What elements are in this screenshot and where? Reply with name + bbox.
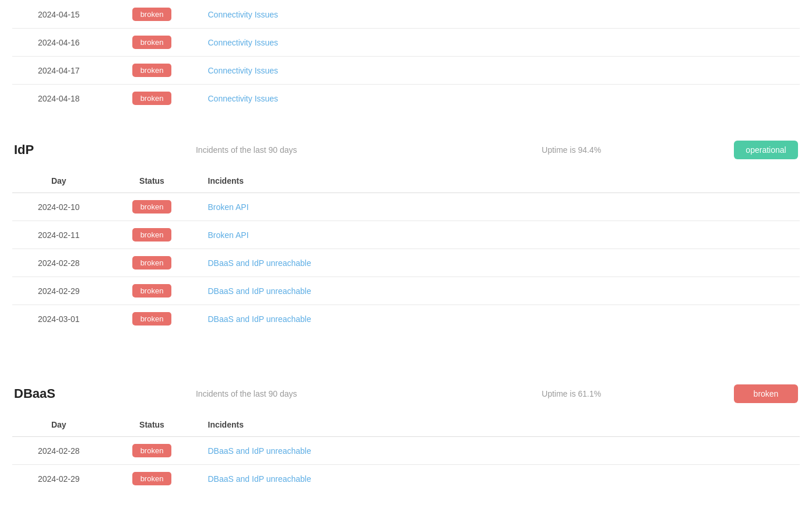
cell-incident: DBaaS and IdP unreachable (199, 277, 800, 305)
incident-link[interactable]: DBaaS and IdP unreachable (208, 286, 311, 296)
row-status-badge: broken (132, 256, 172, 270)
cell-day: 2024-04-17 (12, 57, 106, 85)
cell-incident: Connectivity Issues (199, 1, 800, 29)
cell-incident: Connectivity Issues (199, 29, 800, 57)
table-row: 2024-02-28 broken DBaaS and IdP unreacha… (12, 249, 800, 277)
incident-link[interactable]: Connectivity Issues (208, 66, 279, 75)
dbaas-table-header-row: Day Status Incidents (12, 413, 800, 437)
row-status-badge: broken (132, 472, 172, 485)
incident-link[interactable]: Connectivity Issues (208, 10, 279, 19)
idp-col-status: Status (106, 169, 199, 193)
cell-incident: DBaaS and IdP unreachable (199, 437, 800, 465)
incident-link[interactable]: Connectivity Issues (208, 94, 279, 103)
cell-incident: DBaaS and IdP unreachable (199, 249, 800, 277)
row-status-badge: broken (132, 444, 172, 457)
table-row: 2024-02-11 broken Broken API (12, 221, 800, 249)
dbaas-uptime-label: Uptime is 61.1% (409, 389, 734, 398)
table-row: 2024-02-10 broken Broken API (12, 193, 800, 221)
cell-status: broken (106, 305, 199, 333)
row-status-badge: broken (132, 284, 172, 298)
idp-incidents-table: Day Status Incidents 2024-02-10 broken B… (12, 169, 800, 333)
cell-status: broken (106, 221, 199, 249)
cell-day: 2024-02-28 (12, 437, 106, 465)
table-row: 2024-04-17 broken Connectivity Issues (12, 57, 800, 85)
cell-incident: DBaaS and IdP unreachable (199, 465, 800, 493)
idp-service-header: IdP Incidents of the last 90 days Uptime… (12, 141, 800, 159)
cell-day: 2024-04-18 (12, 85, 106, 113)
cell-status: broken (106, 465, 199, 493)
cell-day: 2024-04-15 (12, 1, 106, 29)
dbaas-incidents-label: Incidents of the last 90 days (84, 389, 409, 398)
incident-link[interactable]: Broken API (208, 202, 249, 212)
cell-incident: Connectivity Issues (199, 57, 800, 85)
cell-day: 2024-02-10 (12, 193, 106, 221)
incident-link[interactable]: DBaaS and IdP unreachable (208, 258, 311, 268)
row-status-badge: broken (132, 64, 172, 77)
incident-link[interactable]: DBaaS and IdP unreachable (208, 314, 311, 324)
row-status-badge: broken (132, 200, 172, 214)
top-partial-table: 2024-04-15 broken Connectivity Issues 20… (12, 0, 800, 113)
page-wrapper: 2024-04-15 broken Connectivity Issues 20… (0, 0, 812, 493)
table-row: 2024-03-01 broken DBaaS and IdP unreacha… (12, 305, 800, 333)
cell-status: broken (106, 1, 199, 29)
cell-incident: Connectivity Issues (199, 85, 800, 113)
cell-day: 2024-04-16 (12, 29, 106, 57)
incident-link[interactable]: Broken API (208, 230, 249, 240)
cell-status: broken (106, 437, 199, 465)
dbaas-col-incidents: Incidents (199, 413, 800, 437)
row-status-badge: broken (132, 228, 172, 242)
cell-day: 2024-02-29 (12, 277, 106, 305)
row-status-badge: broken (132, 8, 172, 21)
idp-table-header-row: Day Status Incidents (12, 169, 800, 193)
cell-status: broken (106, 29, 199, 57)
cell-incident: Broken API (199, 221, 800, 249)
table-row: 2024-02-29 broken DBaaS and IdP unreacha… (12, 277, 800, 305)
cell-incident: DBaaS and IdP unreachable (199, 305, 800, 333)
dbaas-service-name: DBaaS (14, 386, 84, 401)
cell-status: broken (106, 249, 199, 277)
cell-status: broken (106, 277, 199, 305)
idp-incidents-label: Incidents of the last 90 days (84, 145, 409, 155)
dbaas-service-header: DBaaS Incidents of the last 90 days Upti… (12, 384, 800, 403)
dbaas-col-status: Status (106, 413, 199, 437)
idp-uptime-label: Uptime is 94.4% (409, 145, 734, 155)
table-row: 2024-04-18 broken Connectivity Issues (12, 85, 800, 113)
cell-status: broken (106, 85, 199, 113)
cell-day: 2024-02-29 (12, 465, 106, 493)
incident-link[interactable]: Connectivity Issues (208, 38, 279, 47)
idp-status-badge: operational (734, 141, 798, 159)
idp-col-incidents: Incidents (199, 169, 800, 193)
row-status-badge: broken (132, 36, 172, 49)
idp-service-name: IdP (14, 142, 84, 158)
cell-status: broken (106, 193, 199, 221)
table-row: 2024-04-16 broken Connectivity Issues (12, 29, 800, 57)
idp-section: IdP Incidents of the last 90 days Uptime… (12, 141, 800, 333)
table-row: 2024-02-29 broken DBaaS and IdP unreacha… (12, 465, 800, 493)
top-partial-section: 2024-04-15 broken Connectivity Issues 20… (12, 0, 800, 113)
cell-day: 2024-02-28 (12, 249, 106, 277)
dbaas-section: DBaaS Incidents of the last 90 days Upti… (12, 384, 800, 493)
dbaas-status-badge: broken (734, 384, 798, 403)
cell-day: 2024-03-01 (12, 305, 106, 333)
idp-col-day: Day (12, 169, 106, 193)
cell-incident: Broken API (199, 193, 800, 221)
dbaas-col-day: Day (12, 413, 106, 437)
incident-link[interactable]: DBaaS and IdP unreachable (208, 446, 311, 456)
incident-link[interactable]: DBaaS and IdP unreachable (208, 474, 311, 484)
row-status-badge: broken (132, 312, 172, 326)
dbaas-incidents-table: Day Status Incidents 2024-02-28 broken D… (12, 412, 800, 493)
row-status-badge: broken (132, 92, 172, 105)
table-row: 2024-02-28 broken DBaaS and IdP unreacha… (12, 437, 800, 465)
cell-day: 2024-02-11 (12, 221, 106, 249)
table-row: 2024-04-15 broken Connectivity Issues (12, 1, 800, 29)
cell-status: broken (106, 57, 199, 85)
